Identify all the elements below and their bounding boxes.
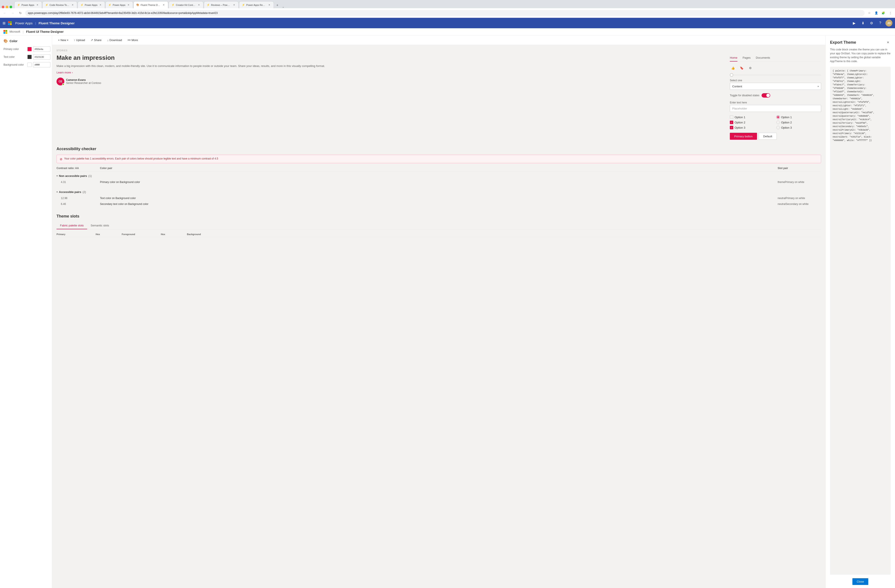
option-radio-3[interactable]: Option 3 <box>776 126 821 129</box>
accessibility-error-banner: ⊘ Your color palette has 1 accessibility… <box>56 155 821 163</box>
option-checkbox-1[interactable]: Option 1 <box>730 115 775 119</box>
minimize-window-btn[interactable] <box>6 6 8 8</box>
pivot-pages[interactable]: Pages <box>743 54 751 62</box>
tab-3[interactable]: ⚡ Power Apps ✕ <box>77 1 105 8</box>
bookmark-icon[interactable]: ☆ <box>866 10 872 16</box>
slider-track[interactable] <box>730 74 821 76</box>
waffle-menu-icon[interactable]: ⊞ <box>3 21 5 25</box>
tab-6-close[interactable]: ✕ <box>197 3 200 7</box>
default-button[interactable]: Default <box>759 133 777 140</box>
present-icon[interactable]: ▶ <box>851 20 858 27</box>
address-input[interactable]: apps.powerapps.com/play/2f6b0e93-7676-40… <box>25 10 865 16</box>
slider-thumb[interactable] <box>730 73 733 77</box>
tab-7-favicon: ⚡ <box>207 3 210 6</box>
toggle-control[interactable] <box>762 93 770 98</box>
story-left: Make an impression Make a big impression… <box>56 54 725 140</box>
address-bar: ← → ↻ apps.powerapps.com/play/2f6b0e93-7… <box>0 8 895 18</box>
semantic-slots-tab[interactable]: Semantic slots <box>87 222 112 229</box>
designer-title: Fluent UI Theme Designer <box>26 30 64 33</box>
tab-6[interactable]: ⚡ Creator Kit Control Refere... ✕ <box>168 1 203 8</box>
tab-overflow-menu[interactable]: ⌄ <box>281 5 285 8</box>
tab-8[interactable]: ⚡ Power Apps Review Tool -... ✕ <box>239 1 274 8</box>
checkbox-2[interactable]: ✓ <box>730 121 733 124</box>
fabric-palette-tab[interactable]: Fabric palette slots <box>56 222 87 229</box>
tab-1-close[interactable]: ✕ <box>36 3 39 7</box>
text-color-swatch[interactable] <box>27 55 32 59</box>
text-color-input[interactable] <box>33 54 50 59</box>
pivot-home[interactable]: Home <box>730 54 737 62</box>
bookmark-canvas-icon[interactable]: 🔖 <box>739 65 745 71</box>
toggle-row: Toggle for disabled states <box>730 93 821 98</box>
background-color-input[interactable] <box>33 62 50 67</box>
new-button[interactable]: + New ▾ <box>56 37 71 43</box>
thumbs-up-icon[interactable]: 👍 <box>730 65 736 71</box>
radio-option-3-label: Option 3 <box>781 126 792 129</box>
download-button[interactable]: ↓ Download <box>105 37 124 43</box>
avatar-status-indicator <box>62 83 64 85</box>
accessible-header[interactable]: ▾ Accessible pairs (2) <box>56 189 821 195</box>
browser-menu-icon[interactable]: ⋮ <box>887 10 893 16</box>
checkbox-1[interactable] <box>730 115 733 119</box>
learn-more-link[interactable]: Learn more › <box>56 71 725 74</box>
radio-1[interactable] <box>776 115 780 119</box>
primary-color-input[interactable] <box>33 47 50 52</box>
option-radio-1[interactable]: Option 1 <box>776 115 821 119</box>
tab-5-close[interactable]: ✕ <box>162 3 165 7</box>
more-button[interactable]: ••• More <box>125 37 140 43</box>
pivot-documents[interactable]: Documents <box>756 54 770 62</box>
new-tab-button[interactable]: + <box>274 2 281 8</box>
radio-option-1-label: Option 1 <box>781 115 792 119</box>
settings-canvas-icon[interactable]: ⚙ <box>747 65 753 71</box>
close-window-btn[interactable] <box>2 6 5 8</box>
accessible-row-2: 6.46 Secondary text color on Background … <box>56 201 821 207</box>
select-dropdown[interactable]: Content ▾ <box>730 83 821 90</box>
option-checkbox-3[interactable]: ✓ Option 3 <box>730 126 775 129</box>
back-button[interactable]: ← <box>2 10 8 16</box>
tab-5-favicon: 🎨 <box>136 3 139 6</box>
checkbox-3[interactable]: ✓ <box>730 126 733 129</box>
primary-color-swatch[interactable] <box>27 47 32 51</box>
chevron-right-icon: › <box>72 71 73 74</box>
download-nav-icon[interactable]: ⬇ <box>859 20 866 27</box>
close-panel-button[interactable]: Close <box>853 578 868 585</box>
tab-3-close[interactable]: ✕ <box>99 3 102 7</box>
text-color-row: Text color <box>3 54 49 59</box>
option-checkbox-2[interactable]: ✓ Option 2 <box>730 121 775 124</box>
toggle-knob <box>766 94 770 97</box>
radio-2[interactable] <box>776 121 780 124</box>
main-area: 🎨 Color Primary color Text color Backgro… <box>0 35 895 588</box>
tab-8-close[interactable]: ✕ <box>267 3 271 7</box>
non-accessible-header[interactable]: ▾ Non accessible pairs (1) <box>56 173 821 179</box>
option-radio-2[interactable]: Option 2 <box>776 121 821 124</box>
radio-3[interactable] <box>776 126 780 129</box>
extensions-icon[interactable]: 🧩 <box>880 10 886 16</box>
export-code-block[interactable]: { palette: { themePrimary: "#f00e4a", th… <box>830 67 890 575</box>
tab-4-close[interactable]: ✕ <box>127 3 130 7</box>
upload-button[interactable]: ↑ Upload <box>71 37 88 43</box>
user-avatar[interactable]: JD <box>886 20 892 27</box>
tab-2[interactable]: ⚡ Code Review Tool Experim... ✕ <box>42 1 77 8</box>
avatar: CE <box>56 77 64 85</box>
profile-icon[interactable]: 👤 <box>873 10 879 16</box>
help-icon[interactable]: ? <box>877 20 884 27</box>
tab-4[interactable]: ⚡ Power Apps ✕ <box>105 1 133 8</box>
forward-button[interactable]: → <box>9 10 16 16</box>
theme-slots-tabs: Fabric palette slots Semantic slots <box>56 222 821 229</box>
export-panel-close-icon[interactable]: ✕ <box>886 40 890 45</box>
story-layout: Make an impression Make a big impression… <box>56 54 821 140</box>
upload-icon: ↑ <box>74 38 76 42</box>
background-color-swatch[interactable] <box>27 62 32 67</box>
text-input-field[interactable]: Placeholder <box>730 105 821 112</box>
tab-7-close[interactable]: ✕ <box>232 3 236 7</box>
tab-5[interactable]: 🎨 Fluent Theme Designer -... ✕ <box>133 1 168 8</box>
primary-button[interactable]: Primary button <box>730 133 757 140</box>
settings-icon[interactable]: ⚙ <box>868 20 875 27</box>
tab-2-close[interactable]: ✕ <box>71 3 74 7</box>
tab-1-favicon: ⚡ <box>17 3 20 6</box>
tab-1[interactable]: ⚡ Power Apps ✕ <box>14 1 42 8</box>
reload-button[interactable]: ↻ <box>17 10 23 16</box>
slot-pair-header: Slot pair <box>778 167 821 170</box>
share-button[interactable]: ↗ Share <box>88 37 104 43</box>
tab-7[interactable]: ⚡ Reviews – Power Apps ✕ <box>204 1 239 8</box>
maximize-window-btn[interactable] <box>9 6 12 8</box>
